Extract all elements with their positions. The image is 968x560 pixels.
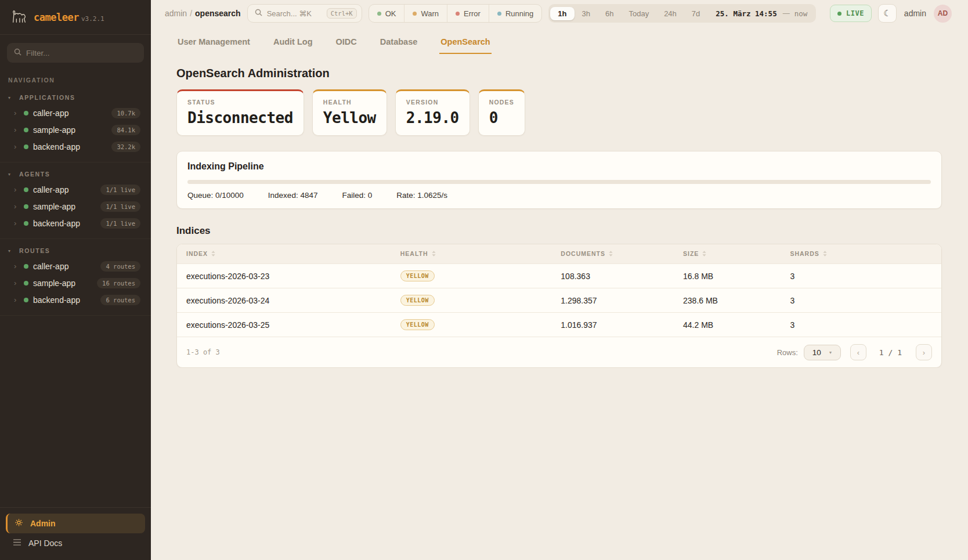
count-badge: 1/1 live bbox=[100, 201, 140, 212]
time-range-7d[interactable]: 7d bbox=[684, 7, 707, 20]
next-page-button[interactable]: › bbox=[916, 344, 932, 360]
page-indicator: 1 / 1 bbox=[875, 348, 906, 357]
global-search[interactable]: Search... ⌘K Ctrl+K bbox=[247, 4, 362, 23]
sidebar-section-applications: ▾ APPLICATIONS › caller-app 10.7k › samp… bbox=[0, 86, 151, 162]
column-header-documents[interactable]: DOCUMENTS bbox=[551, 244, 674, 264]
chevron-right-icon: › bbox=[14, 219, 19, 227]
stat-label: STATUS bbox=[187, 99, 293, 106]
chevron-right-icon: › bbox=[14, 186, 19, 193]
sidebar-item-applications-backend-app[interactable]: › backend-app 32.2k bbox=[7, 138, 144, 155]
avatar[interactable]: AD bbox=[934, 5, 952, 23]
caret-down-icon: ▾ bbox=[829, 350, 832, 355]
breadcrumb-parent[interactable]: admin bbox=[165, 9, 187, 18]
filter-chip-error[interactable]: Error bbox=[447, 5, 489, 22]
tab-opensearch[interactable]: OpenSearch bbox=[439, 32, 491, 54]
item-label: caller-app bbox=[33, 109, 68, 118]
sidebar-item-routes-caller-app[interactable]: › caller-app 4 routes bbox=[7, 258, 144, 274]
chip-label: OK bbox=[385, 9, 396, 18]
count-badge: 32.2k bbox=[111, 142, 140, 152]
chevron-right-icon: › bbox=[14, 109, 19, 117]
time-from-display[interactable]: 25. März 14:55 bbox=[707, 9, 780, 18]
status-dot bbox=[24, 281, 28, 286]
running-dot-icon bbox=[497, 12, 501, 16]
filter-chip-ok[interactable]: OK bbox=[369, 5, 404, 22]
section-header[interactable]: ▾ AGENTS bbox=[7, 168, 144, 181]
tab-database[interactable]: Database bbox=[379, 32, 418, 54]
column-header-health[interactable]: HEALTH bbox=[391, 244, 552, 264]
top-bar: admin/opensearch Search... ⌘K Ctrl+K OK … bbox=[151, 0, 968, 27]
sidebar-item-routes-backend-app[interactable]: › backend-app 6 routes bbox=[7, 291, 144, 308]
time-range-6h[interactable]: 6h bbox=[598, 7, 621, 20]
stat-label: HEALTH bbox=[323, 99, 376, 106]
time-range-today[interactable]: Today bbox=[621, 7, 656, 20]
ok-dot-icon bbox=[377, 12, 381, 16]
sidebar-item-agents-sample-app[interactable]: › sample-app 1/1 live bbox=[7, 198, 144, 215]
sidebar-item-api-docs[interactable]: API Docs bbox=[6, 533, 145, 553]
cell-documents: 108.363 bbox=[551, 264, 674, 288]
rows-per-page-value: 10 bbox=[812, 348, 821, 357]
chevron-left-icon: ‹ bbox=[857, 348, 859, 357]
section-header[interactable]: ▾ ROUTES bbox=[7, 245, 144, 258]
cell-size: 44.2 MB bbox=[674, 313, 781, 337]
column-header-shards[interactable]: SHARDS bbox=[781, 244, 941, 264]
section-header[interactable]: ▾ APPLICATIONS bbox=[7, 92, 144, 104]
username-label: admin bbox=[903, 9, 927, 18]
pipeline-stat-failed: Failed: 0 bbox=[342, 191, 372, 200]
moon-icon: ☾ bbox=[883, 8, 891, 19]
table-row[interactable]: executions-2026-03-25 YELLOW 1.016.937 4… bbox=[177, 313, 941, 337]
status-dot bbox=[24, 298, 28, 302]
column-header-index[interactable]: INDEX bbox=[177, 244, 391, 264]
status-dot bbox=[24, 221, 28, 226]
sidebar-item-agents-backend-app[interactable]: › backend-app 1/1 live bbox=[7, 215, 144, 232]
sidebar-filter[interactable] bbox=[7, 43, 144, 63]
sort-icon bbox=[702, 251, 706, 258]
sidebar-item-admin[interactable]: Admin bbox=[6, 514, 145, 533]
health-badge: YELLOW bbox=[400, 295, 435, 306]
cell-shards: 3 bbox=[781, 313, 941, 337]
item-label: caller-app bbox=[33, 262, 68, 271]
cell-size: 16.8 MB bbox=[674, 264, 781, 288]
tab-audit-log[interactable]: Audit Log bbox=[272, 32, 314, 54]
count-badge: 84.1k bbox=[111, 125, 140, 135]
gear-icon bbox=[15, 518, 23, 529]
filter-chip-warn[interactable]: Warn bbox=[404, 5, 447, 22]
brand-name: cameleer bbox=[34, 12, 79, 23]
filter-chip-running[interactable]: Running bbox=[489, 5, 541, 22]
pipeline-progress-bar bbox=[187, 180, 931, 184]
chevron-right-icon: › bbox=[14, 296, 19, 304]
column-header-size[interactable]: SIZE bbox=[674, 244, 781, 264]
sidebar-filter-input[interactable] bbox=[26, 49, 137, 57]
status-dot bbox=[24, 187, 28, 192]
time-range-24h[interactable]: 24h bbox=[656, 7, 684, 20]
sidebar: cameleerv3.2.1 NAVIGATION ▾ APPLICATIONS… bbox=[0, 0, 151, 560]
time-range-1h[interactable]: 1h bbox=[550, 7, 574, 20]
time-to-display[interactable]: now bbox=[792, 9, 815, 18]
footer-item-label: API Docs bbox=[28, 539, 62, 548]
count-badge: 1/1 live bbox=[100, 218, 140, 229]
table-row[interactable]: executions-2026-03-24 YELLOW 1.298.357 2… bbox=[177, 288, 941, 313]
tab-oidc[interactable]: OIDC bbox=[335, 32, 358, 54]
sidebar-item-agents-caller-app[interactable]: › caller-app 1/1 live bbox=[7, 181, 144, 198]
tab-user-management[interactable]: User Management bbox=[176, 32, 251, 54]
cell-documents: 1.298.357 bbox=[551, 288, 674, 313]
prev-page-button[interactable]: ‹ bbox=[850, 344, 866, 360]
status-dot bbox=[24, 264, 28, 269]
live-indicator[interactable]: LIVE bbox=[830, 5, 872, 22]
rows-per-page-select[interactable]: 10 ▾ bbox=[804, 345, 841, 360]
time-range-3h[interactable]: 3h bbox=[575, 7, 598, 20]
stat-label: NODES bbox=[489, 99, 514, 106]
sidebar-item-routes-sample-app[interactable]: › sample-app 16 routes bbox=[7, 274, 144, 291]
time-dash: — bbox=[781, 9, 792, 17]
table-row[interactable]: executions-2026-03-23 YELLOW 108.363 16.… bbox=[177, 264, 941, 288]
sidebar-item-applications-caller-app[interactable]: › caller-app 10.7k bbox=[7, 104, 144, 121]
sort-icon bbox=[211, 251, 215, 258]
stat-label: VERSION bbox=[406, 99, 459, 106]
live-label: LIVE bbox=[846, 9, 864, 17]
error-dot-icon bbox=[456, 12, 460, 16]
sidebar-item-applications-sample-app[interactable]: › sample-app 84.1k bbox=[7, 121, 144, 138]
caret-down-icon: ▾ bbox=[8, 172, 14, 177]
theme-toggle-button[interactable]: ☾ bbox=[878, 4, 897, 23]
cell-documents: 1.016.937 bbox=[551, 313, 674, 337]
camel-logo-icon bbox=[10, 8, 28, 27]
cell-shards: 3 bbox=[781, 264, 941, 288]
